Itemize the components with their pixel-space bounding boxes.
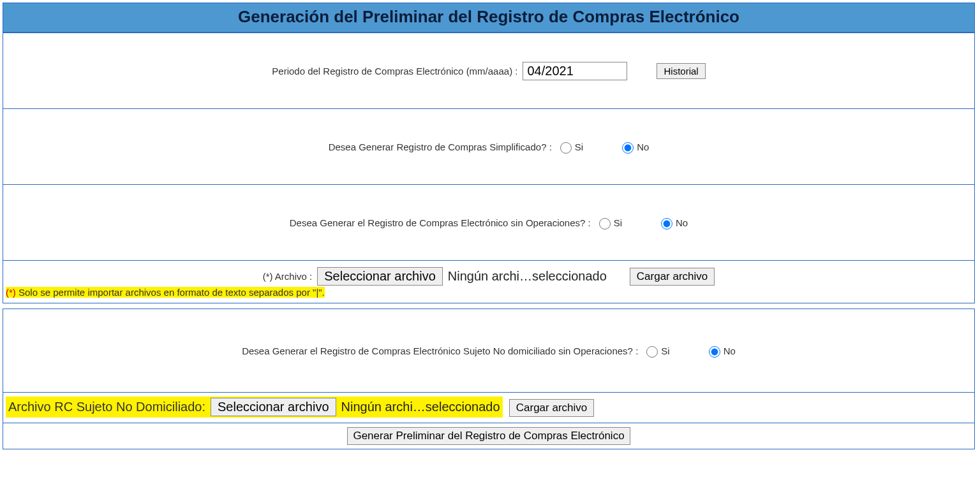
sin-ops-label-no: No: [676, 217, 688, 228]
historial-button[interactable]: Historial: [657, 63, 705, 79]
simplificado-label-si: Si: [575, 142, 583, 152]
section-archivo: (*) Archivo : Seleccionar archivo Ningún…: [3, 260, 974, 303]
panel-no-domiciliado: Desea Generar el Registro de Compras Ele…: [3, 309, 975, 449]
page-title: Generación del Preliminar del Registro d…: [3, 3, 974, 33]
rc-file-label: Archivo RC Sujeto No Domiciliado:: [8, 400, 205, 414]
section-rc-file: Archivo RC Sujeto No Domiciliado: Selecc…: [3, 392, 974, 423]
main-panel: Generación del Preliminar del Registro d…: [3, 3, 975, 303]
periodo-label: Periodo del Registro de Compras Electrón…: [272, 66, 517, 76]
simplificado-radio-si[interactable]: [560, 142, 572, 154]
nodom-question: Desea Generar el Registro de Compras Ele…: [242, 345, 638, 356]
section-generate: Generar Preliminar del Registro de Compr…: [3, 423, 974, 449]
rc-file-status: Ningún archi…seleccionado: [341, 400, 500, 414]
nodom-label-no: No: [724, 345, 736, 356]
simplificado-radio-no[interactable]: [622, 142, 634, 154]
sin-ops-radio-si[interactable]: [599, 218, 611, 229]
nodom-radio-si[interactable]: [646, 346, 658, 358]
periodo-input[interactable]: [523, 62, 627, 80]
archivo-note: (*) Solo se permite importar archivos en…: [3, 286, 974, 300]
sin-ops-question: Desea Generar el Registro de Compras Ele…: [290, 217, 591, 228]
rc-file-select-button[interactable]: Seleccionar archivo: [211, 398, 336, 416]
section-nodom: Desea Generar el Registro de Compras Ele…: [3, 309, 974, 392]
generate-button[interactable]: Generar Preliminar del Registro de Compr…: [347, 427, 630, 445]
section-sin-operaciones: Desea Generar el Registro de Compras Ele…: [3, 184, 974, 260]
simplificado-label-no: No: [637, 142, 649, 152]
rc-file-cargar-button[interactable]: Cargar archivo: [509, 399, 595, 417]
archivo-label: (*) Archivo :: [263, 271, 313, 282]
archivo-status: Ningún archi…seleccionado: [448, 269, 607, 284]
sin-ops-radio-no[interactable]: [661, 218, 672, 229]
archivo-note-star: (*): [6, 287, 16, 298]
sin-ops-label-si: Si: [614, 217, 622, 228]
archivo-cargar-button[interactable]: Cargar archivo: [630, 268, 715, 286]
section-periodo: Periodo del Registro de Compras Electrón…: [3, 33, 974, 108]
section-simplificado: Desea Generar Registro de Compras Simpli…: [3, 108, 974, 184]
archivo-select-button[interactable]: Seleccionar archivo: [317, 267, 443, 286]
archivo-note-text: Solo se permite importar archivos en for…: [16, 287, 325, 298]
nodom-radio-no[interactable]: [709, 346, 720, 358]
nodom-label-si: Si: [661, 345, 669, 356]
simplificado-question: Desea Generar Registro de Compras Simpli…: [329, 142, 552, 152]
